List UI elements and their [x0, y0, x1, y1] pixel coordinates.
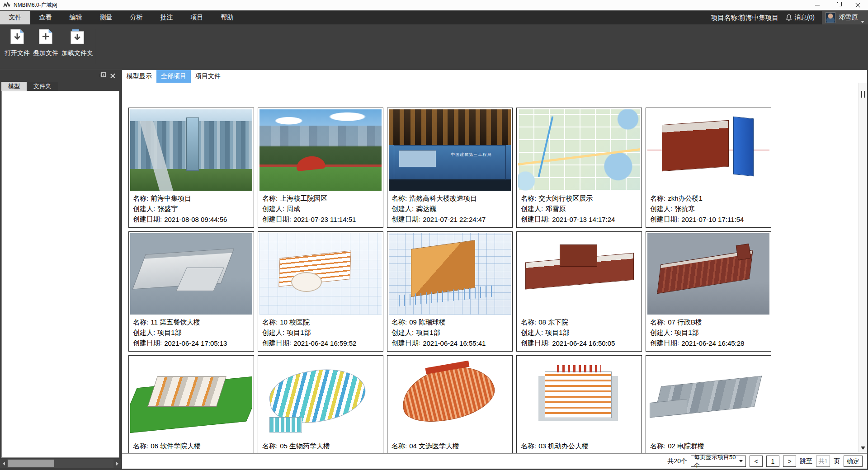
project-name: 04 文选医学大楼	[409, 442, 459, 451]
menu-item[interactable]: 查看	[30, 11, 61, 24]
project-card[interactable]: 名称: 上海核工院园区 创建人: 周成 创建日期: 2021-07-23 11:…	[258, 108, 383, 228]
messages-button[interactable]: 消息(0)	[786, 14, 815, 22]
vertical-scrollbar[interactable]	[859, 83, 867, 452]
project-name: 浩然高科大楼改造项目	[409, 194, 477, 203]
prev-page-button[interactable]: <	[750, 456, 763, 467]
creator-label: 创建人:	[392, 329, 414, 337]
restore-icon	[836, 3, 840, 7]
menu-item[interactable]: 文件	[0, 11, 30, 24]
project-card[interactable]: 名称: 09 陈瑞球楼 创建人: 项目1部 创建日期: 2021-06-24 1…	[387, 231, 513, 352]
project-date: 2021-06-24 17:05:13	[164, 339, 227, 347]
next-page-label: >	[788, 458, 791, 465]
close-panel-icon[interactable]	[110, 73, 115, 78]
project-creator-line: 创建人: 周成	[262, 204, 379, 214]
main-tab[interactable]: 全部项目	[156, 70, 191, 83]
current-page-number: 1	[771, 458, 775, 465]
name-label: 名称:	[133, 194, 148, 203]
app-logo-icon	[3, 2, 10, 8]
pagination-bar: 共20个 每页显示项目50个 < 1 > 跳至 共1 页 确定	[122, 453, 867, 469]
main-tab-label: 模型显示	[127, 72, 152, 80]
project-name: 11 第五餐饮大楼	[151, 318, 200, 327]
project-card[interactable]: 名称: 10 校医院 创建人: 项目1部 创建日期: 2021-06-24 16…	[258, 231, 383, 352]
project-name: 06 软件学院大楼	[151, 442, 201, 451]
menu-item-label: 查看	[39, 14, 52, 22]
v-scroll-down-arrow-icon[interactable]	[861, 446, 865, 450]
h-scroll-left-arrow-icon[interactable]	[0, 459, 7, 468]
close-icon	[855, 3, 860, 8]
project-thumbnail	[130, 357, 252, 438]
project-card[interactable]: 中国建筑第三工程局 名称: 浩然高科大楼改造项目 创建人: 龚达巍	[387, 108, 513, 228]
close-button[interactable]	[848, 0, 868, 10]
open-file-icon	[10, 28, 24, 45]
prev-page-label: <	[754, 458, 758, 465]
project-card[interactable]: 名称: 交大闵行校区展示 创建人: 邓雪原 创建日期: 2021-07-13 1…	[516, 108, 642, 228]
project-card[interactable]: 名称: 02 电院群楼 创建人: 创建日期:	[646, 355, 771, 453]
project-creator: 项目1部	[287, 329, 311, 337]
menu-item-label: 项目	[191, 14, 203, 22]
date-label: 创建日期:	[133, 215, 162, 224]
project-name: 09 陈瑞球楼	[409, 318, 446, 327]
project-card[interactable]: 名称: 03 机动办公大楼 创建人: 创建日期:	[516, 355, 642, 453]
left-panel-tab[interactable]: 文件夹	[27, 82, 58, 91]
project-card[interactable]: 名称: 06 软件学院大楼 创建人: 创建日期:	[128, 355, 254, 453]
page-unit-label: 页	[834, 457, 840, 465]
project-date: 2021-06-24 16:55:41	[423, 339, 486, 347]
project-date-line: 创建日期: 2021-06-24 16:55:41	[392, 338, 508, 348]
ribbon-toolbar: 打开文件 叠加文件 加载文件夹	[0, 24, 868, 69]
minimize-icon	[815, 5, 820, 5]
project-card[interactable]: 名称: 前海中集项目 创建人: 张盛宇 创建日期: 2021-08-08 09:…	[128, 108, 254, 228]
jump-page-input[interactable]: 共1	[816, 456, 830, 467]
v-scroll-grip-icon[interactable]	[859, 88, 867, 100]
menu-item[interactable]: 批注	[151, 11, 182, 24]
name-label: 名称:	[392, 442, 407, 451]
h-scroll-handle[interactable]	[8, 460, 54, 467]
next-page-button[interactable]: >	[783, 456, 796, 467]
project-card[interactable]: 名称: 04 文选医学大楼 创建人: 创建日期:	[387, 355, 513, 453]
minimize-button[interactable]	[807, 0, 827, 10]
project-thumbnail	[647, 357, 769, 438]
menu-item[interactable]: 测量	[91, 11, 121, 24]
page-size-select[interactable]: 每页显示项目50个	[691, 456, 746, 467]
model-tree-content[interactable]	[1, 91, 119, 458]
menu-item[interactable]: 分析	[121, 11, 151, 24]
date-label: 创建日期:	[392, 339, 420, 348]
project-name-line: 名称: 前海中集项目	[133, 193, 250, 204]
project-name: 前海中集项目	[151, 194, 191, 203]
project-gallery-area: 模型显示 全部项目 项目文件	[122, 70, 867, 469]
project-card[interactable]: 名称: 05 生物药学大楼 创建人: 创建日期:	[258, 355, 383, 453]
left-panel-horizontal-scrollbar[interactable]	[0, 459, 121, 468]
project-date-line: 创建日期: 2021-07-23 11:14:51	[262, 214, 379, 225]
project-card[interactable]: 名称: 07 行政B楼 创建人: 项目1部 创建日期: 2021-06-24 1…	[646, 231, 771, 352]
project-date-line: 创建日期: 2021-06-24 17:05:13	[133, 338, 250, 348]
main-tab[interactable]: 模型显示	[122, 70, 156, 83]
current-page-button[interactable]: 1	[766, 456, 779, 467]
project-meta: 名称: 07 行政B楼 创建人: 项目1部 创建日期: 2021-06-24 1…	[646, 316, 771, 351]
project-creator: 周成	[287, 205, 300, 213]
project-thumbnail: 中国建筑第三工程局	[389, 109, 511, 191]
user-menu[interactable]: 邓雪原	[822, 11, 868, 24]
ribbon-separator	[96, 29, 96, 64]
confirm-button[interactable]: 确定	[844, 456, 863, 467]
project-meta: 名称: 08 东下院 创建人: 项目1部 创建日期: 2021-06-24 16…	[517, 316, 642, 351]
menu-item-label: 分析	[130, 14, 143, 22]
project-creator: 项目1部	[416, 329, 440, 337]
project-thumbnail	[647, 233, 769, 315]
project-card[interactable]: 名称: 11 第五餐饮大楼 创建人: 项目1部 创建日期: 2021-06-24…	[128, 231, 254, 352]
h-scroll-right-arrow-icon[interactable]	[113, 459, 121, 468]
project-name-line: 名称: 09 陈瑞球楼	[392, 317, 508, 328]
float-panel-icon[interactable]	[100, 74, 104, 77]
total-count: 共20个	[667, 457, 687, 465]
menu-item[interactable]: 编辑	[61, 11, 91, 24]
project-date: 2021-08-08 09:44:56	[164, 216, 227, 223]
project-cards-grid: 名称: 前海中集项目 创建人: 张盛宇 创建日期: 2021-08-08 09:…	[122, 83, 858, 453]
main-tab[interactable]: 项目文件	[191, 70, 225, 83]
left-panel-tab[interactable]: 模型	[1, 82, 27, 91]
user-name: 邓雪原	[839, 14, 858, 22]
menu-item[interactable]: 帮助	[212, 11, 242, 24]
menu-item[interactable]: 项目	[182, 11, 212, 24]
overlay-file-button[interactable]: 叠加文件	[28, 28, 63, 57]
project-card[interactable]: 名称: zkh办公楼1 创建人: 张抗寒 创建日期: 2021-07-10 17…	[646, 108, 771, 228]
project-card[interactable]: 名称: 08 东下院 创建人: 项目1部 创建日期: 2021-06-24 16…	[516, 231, 642, 352]
load-folder-button[interactable]: 加载文件夹	[60, 28, 95, 57]
restore-button[interactable]	[827, 0, 848, 10]
